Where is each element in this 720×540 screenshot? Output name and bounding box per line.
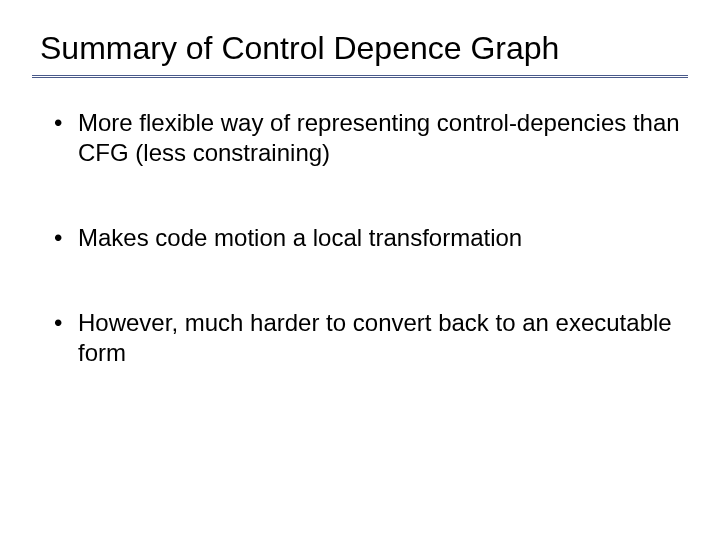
slide-title: Summary of Control Depence Graph (40, 30, 680, 67)
slide-container: Summary of Control Depence Graph More fl… (0, 0, 720, 463)
bullet-item: More flexible way of representing contro… (50, 108, 680, 168)
bullet-item: However, much harder to convert back to … (50, 308, 680, 368)
title-underline (32, 75, 688, 78)
bullet-item: Makes code motion a local transformation (50, 223, 680, 253)
bullet-list: More flexible way of representing contro… (40, 108, 680, 368)
